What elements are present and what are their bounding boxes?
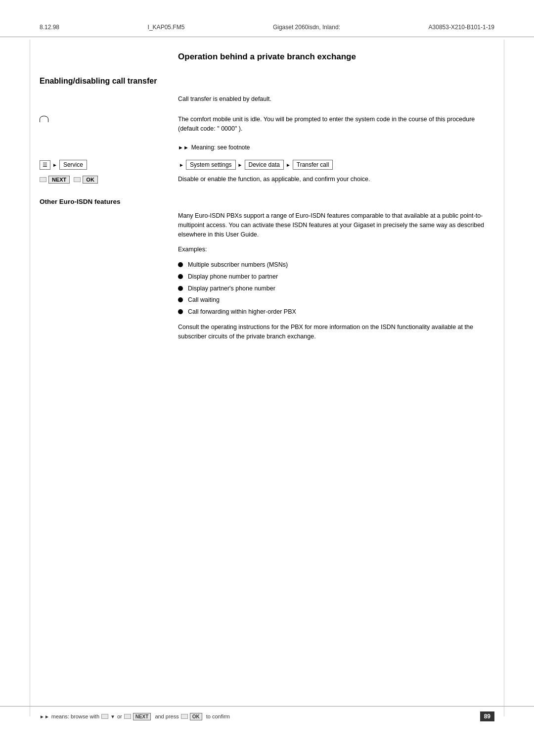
bullet-dot (178, 309, 183, 314)
list-item: Call waiting (178, 295, 494, 305)
button-instruction-row: NEXT OK Disable or enable the function, … (40, 175, 494, 190)
nav-menu-items: ☰ ► Service (40, 160, 178, 170)
comfort-note-text: The comfort mobile unit is idle. You wil… (178, 115, 494, 134)
subsection-right: Many Euro-ISDN PBXs support a range of E… (178, 211, 494, 347)
section-heading: Enabling/disabling call transfer (40, 77, 494, 86)
list-item: Display phone number to partner (178, 272, 494, 282)
right-margin-rule (504, 40, 504, 716)
meaning-left (40, 144, 178, 155)
main-content: Operation behind a private branch exchan… (0, 37, 534, 391)
header-file: I_KAP05.FM5 (148, 24, 185, 31)
meaning-note: ►► Meaning: see footnote (178, 144, 494, 151)
footer-ok-placeholder (181, 714, 188, 719)
comfort-icon-col (40, 115, 178, 140)
next-button[interactable]: NEXT (48, 176, 70, 184)
bullet-text-4: Call waiting (188, 295, 220, 305)
footer-confirm-text: to confirm (206, 713, 230, 719)
page-title: Operation behind a private branch exchan… (40, 52, 494, 62)
intro-right: Call transfer is enabled by default. (178, 94, 494, 110)
intro-text: Call transfer is enabled by default. (178, 94, 494, 104)
menu-item-transfer-call: Transfer call (293, 160, 333, 170)
footer-legend: ►► means: browse with ▼ or NEXT and pres… (40, 713, 230, 720)
bullet-dot (178, 286, 183, 291)
nav-menu-left: ☰ ► Service (40, 160, 178, 170)
menu-icon: ☰ (40, 160, 50, 170)
footer-means-text: means: browse with (51, 713, 99, 719)
comfort-row: The comfort mobile unit is idle. You wil… (40, 115, 494, 140)
list-item: Multiple subscriber numbers (MSNs) (178, 260, 494, 270)
arrow-3: ► (238, 162, 243, 168)
arrow-2: ► (179, 162, 184, 168)
left-margin-rule (30, 40, 30, 716)
bullet-dot (178, 262, 183, 267)
subsection-heading: Other Euro-ISDN features (40, 198, 494, 205)
bullet-list: Multiple subscriber numbers (MSNs) Displ… (178, 260, 494, 317)
button-placeholder-1 (40, 177, 46, 182)
header-doc-id: A30853-X210-B101-1-19 (429, 24, 494, 31)
footer-or-text: or (117, 713, 122, 719)
footer-press-text: and press (155, 713, 178, 719)
footer-next-btn: NEXT (133, 713, 151, 720)
menu-item-service: Service (59, 160, 87, 170)
nav-menu-right-items: ► System settings ► Device data ► Transf… (178, 160, 494, 170)
bullet-dot (178, 274, 183, 279)
menu-item-system-settings: System settings (186, 160, 236, 170)
footer-browse-btn2 (124, 714, 131, 719)
intro-row: Call transfer is enabled by default. (40, 94, 494, 110)
button-instruction-right: Disable or enable the function, as appli… (178, 175, 494, 190)
page-header: 8.12.98 I_KAP05.FM5 Gigaset 2060isdn, In… (0, 0, 534, 37)
intro-left (40, 94, 178, 110)
subsection-text: Many Euro-ISDN PBXs support a range of E… (178, 211, 494, 239)
page-number: 89 (480, 711, 494, 721)
button-left: NEXT OK (40, 175, 178, 190)
comfort-mobile-icon (40, 116, 48, 122)
header-product: Gigaset 2060isdn, Inland: (273, 24, 340, 31)
button-instruction-text: Disable or enable the function, as appli… (178, 175, 494, 184)
bullet-text-5: Call forwarding within higher-order PBX (188, 307, 296, 317)
bullet-dot (178, 297, 183, 302)
arrow-1: ► (52, 162, 57, 168)
bullet-text-1: Multiple subscriber numbers (MSNs) (188, 260, 288, 270)
header-date: 8.12.98 (40, 24, 59, 31)
nav-menu-right: ► System settings ► Device data ► Transf… (178, 160, 494, 170)
page-footer: ►► means: browse with ▼ or NEXT and pres… (0, 706, 534, 726)
page: 8.12.98 I_KAP05.FM5 Gigaset 2060isdn, In… (0, 0, 534, 756)
meaning-text: Meaning: see footnote (191, 144, 250, 151)
arrow-4: ► (286, 162, 291, 168)
subsection-left (40, 211, 178, 347)
buttons-group: NEXT OK (40, 176, 178, 184)
nav-menu-row: ☰ ► Service ► System settings ► Device d… (40, 160, 494, 170)
button-placeholder-2 (74, 177, 81, 182)
bullet-text-2: Display phone number to partner (188, 272, 278, 282)
meaning-arrow: ►► (178, 144, 189, 150)
examples-label: Examples: (178, 245, 494, 254)
meaning-row: ►► Meaning: see footnote (40, 144, 494, 155)
consult-text: Consult the operating instructions for t… (178, 323, 494, 341)
bullet-text-3: Display partner's phone number (188, 284, 275, 293)
list-item: Display partner's phone number (178, 284, 494, 293)
comfort-note: The comfort mobile unit is idle. You wil… (178, 115, 494, 140)
meaning-right: ►► Meaning: see footnote (178, 144, 494, 155)
subsection-row: Many Euro-ISDN PBXs support a range of E… (40, 211, 494, 347)
footer-arrow: ►► (40, 714, 49, 719)
footer-ok-btn: OK (190, 713, 202, 720)
menu-item-device-data: Device data (245, 160, 284, 170)
list-item: Call forwarding within higher-order PBX (178, 307, 494, 317)
footer-down-arrow: ▼ (110, 714, 115, 719)
ok-button[interactable]: OK (83, 176, 98, 184)
footer-browse-btn (101, 714, 108, 719)
